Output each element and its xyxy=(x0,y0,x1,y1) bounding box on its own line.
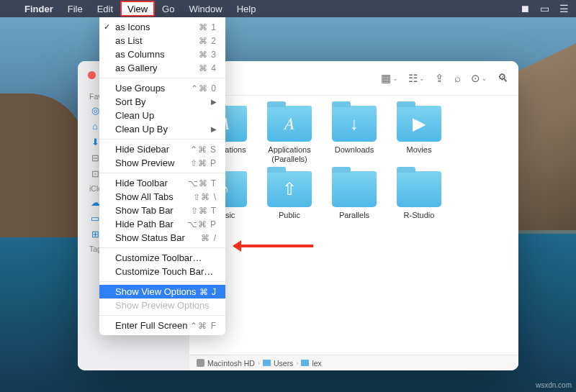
path-segment[interactable]: Users xyxy=(274,359,293,368)
menu-file[interactable]: File xyxy=(60,0,90,17)
group-button[interactable]: ☷⌄ xyxy=(408,72,425,85)
menu-shortcut: ⌥⌘ P xyxy=(187,219,217,229)
check-icon: ✓ xyxy=(104,22,110,32)
watermark: wsxdn.com xyxy=(536,381,572,389)
menu-item-label: Enter Full Screen xyxy=(115,320,187,331)
share-button[interactable]: ⇪ xyxy=(435,72,444,85)
menu-item[interactable]: Hide Path Bar⌥⌘ P xyxy=(99,217,225,231)
view-mode-button[interactable]: ▦⌄ xyxy=(381,72,398,85)
menu-item-label: Show Preview Options xyxy=(115,300,210,311)
content-area: ‹ › ▦⌄ ☷⌄ ⇪ ⌕ ⊙⌄ 🔍︎ 𝐴Applications𝐴Applic… xyxy=(189,61,518,355)
menu-item-label: Hide Sidebar xyxy=(115,144,169,155)
control-center-icon[interactable]: ▭ xyxy=(540,3,549,14)
submenu-arrow-icon: ▶ xyxy=(211,98,217,106)
menu-item[interactable]: as List⌘ 2 xyxy=(99,34,225,47)
menu-window[interactable]: Window xyxy=(181,0,229,17)
folder-label: R-Studio xyxy=(404,211,435,220)
menu-item[interactable]: Show Tab Bar⇧⌘ T xyxy=(99,204,225,217)
menu-shortcut: ⌃⌘ 0 xyxy=(191,83,217,94)
menu-shortcut: ⌥⌘ T xyxy=(188,178,217,188)
menu-item[interactable]: Use Groups⌃⌘ 0 xyxy=(99,81,225,95)
folder-label: Public xyxy=(279,211,300,220)
annotation-arrow xyxy=(234,245,313,247)
menu-item-label: Clean Up xyxy=(115,110,154,121)
menu-item[interactable]: ✓as Icons⌘ 1 xyxy=(99,20,225,34)
folder-item[interactable]: R-Studio xyxy=(388,168,450,223)
menu-item-label: as Icons xyxy=(115,22,150,32)
menu-item: Show Preview Options xyxy=(99,298,225,312)
menu-shortcut: ⌃⌘ S xyxy=(190,145,217,155)
menu-item[interactable]: Customize Toolbar… xyxy=(99,251,225,265)
menu-item[interactable]: Sort By▶ xyxy=(99,95,225,109)
folder-item[interactable]: ↓Downloads xyxy=(323,103,385,167)
menu-item[interactable]: Hide Sidebar⌃⌘ S xyxy=(99,142,225,156)
folder-label: Applications (Parallels) xyxy=(261,145,318,164)
folder-item[interactable]: ⇧Public xyxy=(258,168,320,223)
menu-help[interactable]: Help xyxy=(230,0,264,17)
menu-item[interactable]: Show Status Bar⌘ / xyxy=(99,231,225,245)
folder-icon: ↓ xyxy=(332,106,377,142)
menu-item[interactable]: Show All Tabs⇧⌘ \ xyxy=(99,190,225,204)
menu-shortcut: ⌘ / xyxy=(201,233,217,243)
folder-label: Downloads xyxy=(335,145,374,155)
menu-item-label: Customize Toolbar… xyxy=(115,252,202,263)
search-button[interactable]: 🔍︎ xyxy=(498,72,508,84)
recorder-icon[interactable]: ⏹︎ xyxy=(520,3,530,14)
menu-item[interactable]: Clean Up By▶ xyxy=(99,122,225,136)
app-menu[interactable]: Finder xyxy=(17,0,60,17)
status-icon[interactable]: ☰ xyxy=(559,3,569,14)
menu-item-label: as Columns xyxy=(115,49,165,60)
view-menu-dropdown: ✓as Icons⌘ 1as List⌘ 2as Columns⌘ 3as Ga… xyxy=(99,17,225,335)
menu-shortcut: ⇧⌘ \ xyxy=(193,192,217,202)
menu-view[interactable]: View xyxy=(120,1,155,17)
menu-item[interactable]: as Gallery⌘ 4 xyxy=(99,61,225,75)
folder-item[interactable]: Parallels xyxy=(323,168,385,223)
menu-item-label: Customize Touch Bar… xyxy=(115,266,213,277)
menu-item-label: Show Preview xyxy=(115,158,174,168)
menu-separator xyxy=(99,78,225,78)
menu-item[interactable]: Hide Toolbar⌥⌘ T xyxy=(99,176,225,190)
folder-icon: 𝐴 xyxy=(267,106,312,142)
menu-item-label: as Gallery xyxy=(115,63,158,73)
menu-item[interactable]: Show Preview⇧⌘ P xyxy=(99,156,225,170)
menu-item[interactable]: as Columns⌘ 3 xyxy=(99,47,225,61)
menu-shortcut: ⌘ J xyxy=(199,287,217,297)
toolbar: ‹ › ▦⌄ ☷⌄ ⇪ ⌕ ⊙⌄ 🔍︎ xyxy=(189,61,518,96)
menu-separator xyxy=(99,139,225,140)
menu-item-label: Clean Up By xyxy=(115,124,168,135)
menu-item[interactable]: Show View Options⌘ J xyxy=(99,285,225,298)
menu-shortcut: ⇧⌘ P xyxy=(190,158,217,168)
menu-item-label: Show All Tabs xyxy=(115,191,174,202)
menu-shortcut: ⇧⌘ T xyxy=(191,206,217,216)
menu-separator xyxy=(99,247,225,248)
menu-item[interactable]: Customize Touch Bar… xyxy=(99,265,225,278)
folder-icon xyxy=(301,360,309,366)
menu-item-label: Hide Toolbar xyxy=(115,178,168,188)
menu-shortcut: ⌘ 3 xyxy=(199,50,217,60)
window-close-button[interactable] xyxy=(88,71,96,79)
folder-icon xyxy=(263,360,271,366)
menu-separator xyxy=(99,173,225,173)
menu-item-label: Hide Path Bar xyxy=(115,219,174,229)
menu-item[interactable]: Enter Full Screen⌃⌘ F xyxy=(99,319,225,332)
menu-shortcut: ⌘ 1 xyxy=(199,22,217,32)
menu-shortcut: ⌘ 4 xyxy=(199,63,217,73)
menu-shortcut: ⌃⌘ F xyxy=(190,321,217,331)
tag-button[interactable]: ⌕ xyxy=(454,72,461,84)
menu-item[interactable]: Clean Up xyxy=(99,109,225,122)
path-segment[interactable]: lex xyxy=(312,359,321,368)
menu-go[interactable]: Go xyxy=(155,0,181,17)
chevron-right-icon: › xyxy=(258,360,260,367)
folder-item[interactable]: 𝐴Applications (Parallels) xyxy=(258,103,320,167)
path-bar: Macintosh HD › Users › lex xyxy=(189,355,518,370)
menu-edit[interactable]: Edit xyxy=(90,0,120,17)
folder-icon xyxy=(332,171,377,207)
action-button[interactable]: ⊙⌄ xyxy=(471,72,487,85)
disk-icon xyxy=(197,359,204,367)
folder-item[interactable]: ▶Movies xyxy=(388,103,450,167)
menu-shortcut: ⌘ 2 xyxy=(199,36,217,46)
path-segment[interactable]: Macintosh HD xyxy=(207,359,255,368)
folder-label: Movies xyxy=(407,145,432,155)
menu-separator xyxy=(99,315,225,316)
menu-item-label: Show Tab Bar xyxy=(115,205,174,216)
